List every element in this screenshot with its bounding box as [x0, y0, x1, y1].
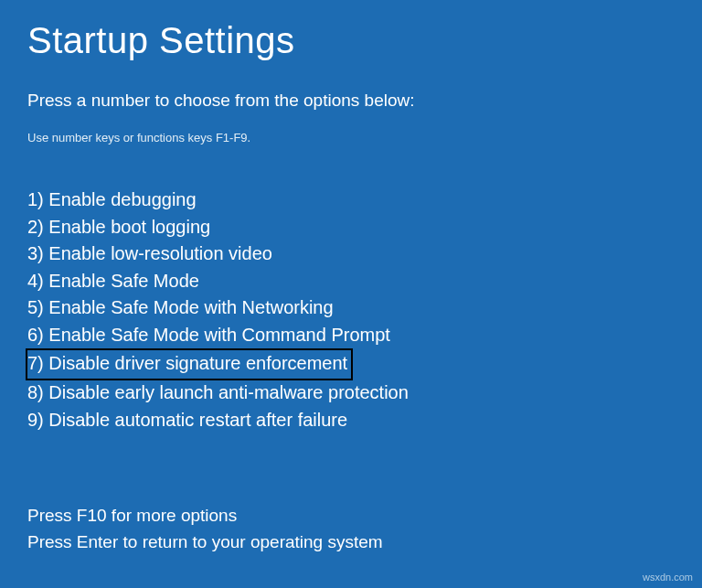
startup-option-8[interactable]: 8) Disable early launch anti-malware pro…: [27, 380, 409, 407]
startup-option-2[interactable]: 2) Enable boot logging: [27, 214, 210, 241]
startup-option-5[interactable]: 5) Enable Safe Mode with Networking: [27, 294, 334, 322]
keys-hint: Use number keys or functions keys F1-F9.: [27, 131, 675, 144]
watermark: wsxdn.com: [643, 572, 693, 583]
instruction-subtitle: Press a number to choose from the option…: [27, 91, 675, 111]
startup-option-4[interactable]: 4) Enable Safe Mode: [27, 268, 199, 295]
startup-option-1[interactable]: 1) Enable debugging: [27, 187, 197, 214]
footer-instructions: Press F10 for more options Press Enter t…: [27, 503, 383, 555]
startup-option-7[interactable]: 7) Disable driver signature enforcement: [26, 348, 353, 381]
startup-option-9[interactable]: 9) Disable automatic restart after failu…: [27, 407, 347, 434]
startup-option-3[interactable]: 3) Enable low-resolution video: [27, 241, 272, 268]
startup-options-list: 1) Enable debugging2) Enable boot loggin…: [27, 187, 675, 433]
startup-option-6[interactable]: 6) Enable Safe Mode with Command Prompt: [27, 322, 390, 349]
return-os-hint: Press Enter to return to your operating …: [27, 529, 383, 556]
more-options-hint: Press F10 for more options: [27, 503, 383, 529]
page-title: Startup Settings: [27, 20, 675, 61]
